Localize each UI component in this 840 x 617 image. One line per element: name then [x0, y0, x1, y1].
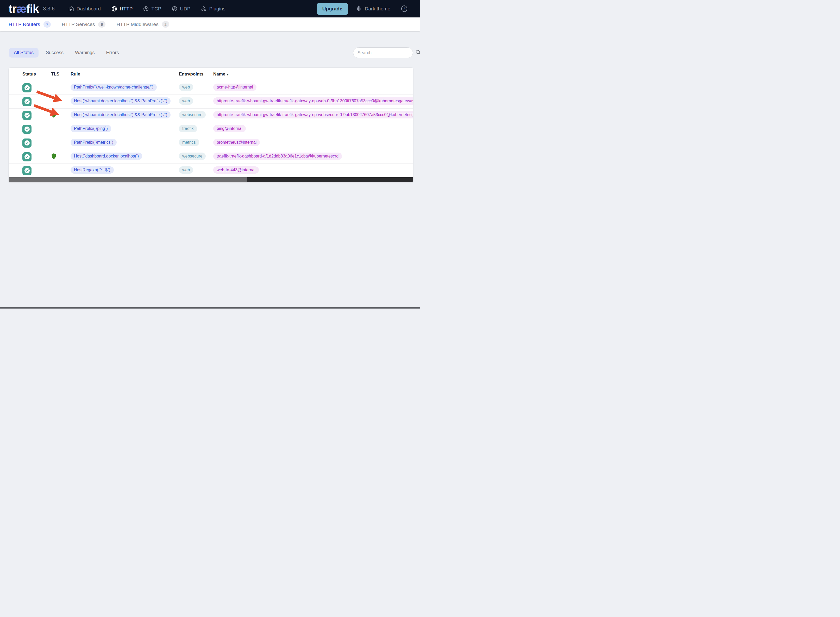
table-row[interactable]: PathPrefix(`/ping`) traefik ping@interna… [9, 122, 413, 136]
nav-item-label: Plugins [209, 6, 225, 12]
toolbar: All Status Success Warnings Errors [9, 47, 413, 58]
rule-cell: Host(`whoami.docker.localhost`) && PathP… [71, 111, 179, 120]
tab-label: HTTP Services [62, 22, 95, 27]
nav-item-udp[interactable]: UDP [171, 6, 190, 12]
search-box [353, 47, 413, 58]
entrypoint-pill: web [179, 84, 193, 91]
name-cell: httproute-traefik-whoami-gw-traefik-trae… [213, 97, 413, 106]
table-row[interactable]: HostRegexp(`^.+$`) web web-to-443@intern… [9, 164, 413, 177]
scrollbar-thumb[interactable] [9, 177, 247, 182]
entrypoints-cell: websecure [179, 111, 213, 120]
help-icon[interactable]: ? [401, 5, 408, 12]
entrypoints-cell: metrics [179, 139, 213, 147]
count-badge: 7 [43, 21, 51, 28]
name-pill: acme-http@internal [213, 84, 257, 91]
header-right: Upgrade Dark theme ? [317, 3, 408, 15]
rule-pill: Host(`whoami.docker.localhost`) && PathP… [71, 111, 171, 118]
nav-item-http[interactable]: HTTP [111, 6, 133, 12]
theme-toggle-label: Dark theme [365, 6, 390, 12]
status-success-icon [22, 111, 31, 120]
status-success-icon [22, 166, 31, 175]
name-cell: httproute-traefik-whoami-gw-traefik-trae… [213, 111, 413, 120]
column-header-name[interactable]: Name▾ [213, 72, 413, 77]
table-row[interactable]: PathPrefix(`/.well-known/acme-challenge/… [9, 81, 413, 94]
status-success-icon [22, 97, 31, 106]
tab-http-middlewares[interactable]: HTTP Middlewares 2 [117, 21, 169, 28]
nav-item-label: HTTP [120, 6, 133, 12]
tls-cell [50, 111, 71, 119]
tab-http-services[interactable]: HTTP Services 9 [62, 21, 105, 28]
entrypoints-cell: web [179, 166, 213, 175]
rule-pill: Host(`dashboard.docker.localhost`) [71, 152, 142, 160]
entrypoint-pill: web [179, 166, 193, 174]
status-success-icon [22, 83, 31, 92]
home-icon [68, 6, 74, 12]
table-body: PathPrefix(`/.well-known/acme-challenge/… [9, 81, 413, 177]
tab-http-routers[interactable]: HTTP Routers 7 [9, 21, 51, 28]
name-pill: ping@internal [213, 125, 246, 132]
status-cell [9, 125, 50, 134]
rule-pill: Host(`whoami.docker.localhost`) && PathP… [71, 97, 171, 105]
filter-all-status[interactable]: All Status [9, 48, 38, 58]
entrypoint-pill: websecure [179, 152, 206, 160]
top-nav: Dashboard HTTP TCP UDP [68, 6, 226, 12]
status-cell [9, 97, 50, 106]
column-header-status[interactable]: Status [9, 72, 50, 77]
search-icon [415, 49, 420, 56]
rule-pill: PathPrefix(`/metrics`) [71, 139, 117, 146]
status-cell [9, 152, 50, 161]
table-row[interactable]: Host(`dashboard.docker.localhost`) webse… [9, 150, 413, 164]
tab-label: HTTP Middlewares [117, 22, 158, 27]
traefik-logo[interactable]: træfik [9, 2, 39, 15]
routers-table: Status TLS Rule Entrypoints Name▾ PathPr… [9, 68, 413, 182]
rule-cell: PathPrefix(`/metrics`) [71, 139, 179, 147]
name-cell: web-to-443@internal [213, 166, 413, 175]
tls-cell [50, 153, 71, 161]
nav-item-tcp[interactable]: TCP [143, 6, 161, 12]
rule-cell: Host(`whoami.docker.localhost`) && PathP… [71, 97, 179, 106]
filter-warnings[interactable]: Warnings [71, 48, 99, 58]
globe-icon [111, 6, 117, 12]
upgrade-button[interactable]: Upgrade [317, 3, 348, 15]
column-header-tls[interactable]: TLS [50, 72, 71, 77]
nav-item-dashboard[interactable]: Dashboard [68, 6, 101, 12]
name-pill: web-to-443@internal [213, 166, 259, 174]
filter-errors[interactable]: Errors [102, 48, 123, 58]
entrypoints-cell: web [179, 84, 213, 92]
rule-cell: PathPrefix(`/ping`) [71, 125, 179, 133]
status-success-icon [22, 139, 31, 148]
search-input[interactable] [357, 50, 415, 55]
column-header-entrypoints[interactable]: Entrypoints [179, 72, 213, 77]
name-pill: httproute-traefik-whoami-gw-traefik-trae… [213, 111, 413, 118]
droplet-icon [356, 5, 362, 13]
rule-pill: PathPrefix(`/ping`) [71, 125, 111, 132]
name-pill: prometheus@internal [213, 139, 260, 146]
table-row[interactable]: Host(`whoami.docker.localhost`) && PathP… [9, 108, 413, 122]
entrypoints-cell: websecure [179, 152, 213, 161]
table-header-row: Status TLS Rule Entrypoints Name▾ [9, 68, 413, 81]
rule-cell: HostRegexp(`^.+$`) [71, 166, 179, 175]
count-badge: 9 [98, 21, 105, 28]
filter-success[interactable]: Success [42, 48, 68, 58]
horizontal-scrollbar[interactable] [9, 177, 413, 182]
tls-shield-icon [51, 153, 56, 159]
tab-label: HTTP Routers [9, 22, 40, 27]
table-row[interactable]: Host(`whoami.docker.localhost`) && PathP… [9, 94, 413, 108]
table-row[interactable]: PathPrefix(`/metrics`) metrics prometheu… [9, 136, 413, 150]
rule-cell: PathPrefix(`/.well-known/acme-challenge/… [71, 84, 179, 92]
rule-pill: PathPrefix(`/.well-known/acme-challenge/… [71, 84, 157, 91]
count-badge: 2 [162, 21, 169, 28]
rule-cell: Host(`dashboard.docker.localhost`) [71, 152, 179, 161]
name-pill: httproute-traefik-whoami-gw-traefik-trae… [213, 97, 413, 105]
column-header-rule[interactable]: Rule [71, 72, 179, 77]
theme-toggle[interactable]: Dark theme [356, 5, 390, 13]
version-label: 3.3.6 [43, 6, 55, 12]
status-cell [9, 111, 50, 120]
name-cell: prometheus@internal [213, 139, 413, 147]
nav-item-plugins[interactable]: Plugins [201, 6, 225, 12]
logo-text: tr [9, 2, 16, 15]
logo-text-tail: fik [26, 2, 39, 15]
entrypoints-cell: traefik [179, 125, 213, 133]
window-bottom-edge [0, 307, 420, 308]
nav-item-label: TCP [151, 6, 161, 12]
